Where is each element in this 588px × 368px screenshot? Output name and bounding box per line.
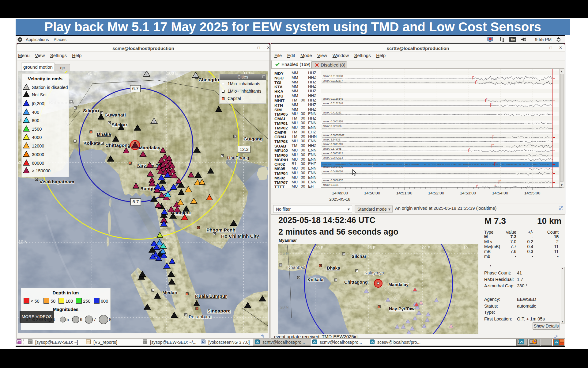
svg-text:20 N: 20 N — [280, 305, 288, 309]
svg-text:amax: 0.0071085: amax: 0.0071085 — [323, 143, 343, 146]
svg-text:Kolkata: Kolkata — [83, 140, 100, 146]
svg-text:Singapore: Singapore — [207, 308, 231, 313]
svg-text:1500: 1500 — [32, 127, 42, 132]
svg-text:Chittagong: Chittagong — [344, 280, 368, 285]
svg-text:amax: 0.0499008: amax: 0.0499008 — [323, 170, 343, 173]
svg-text:amax: 0.0180938: amax: 0.0180938 — [323, 75, 343, 78]
svg-text:6.7: 6.7 — [133, 199, 139, 204]
svg-text:30000: 30000 — [32, 152, 44, 157]
svg-text:amax: 0.418251: amax: 0.418251 — [323, 111, 341, 114]
svg-text:P: P — [493, 135, 494, 137]
svg-text:amax: 0.370945: amax: 0.370945 — [323, 147, 341, 150]
svg-text:x: x — [26, 86, 27, 89]
svg-text:amax: 0.0162348: amax: 0.0162348 — [323, 102, 343, 105]
svg-text:Siliguri: Siliguri — [83, 108, 99, 113]
svg-text:Guwahati: Guwahati — [104, 112, 126, 117]
svg-text:Hải Phòng: Hải Phòng — [227, 155, 249, 160]
svg-text:Pekanbaru: Pekanbaru — [189, 314, 212, 319]
svg-text:amax: 0.0481: amax: 0.0481 — [323, 183, 339, 186]
svg-text:P: P — [469, 148, 470, 150]
svg-text:Chengdu: Chengdu — [198, 77, 219, 82]
svg-text:Kuala Lumpur: Kuala Lumpur — [195, 293, 227, 299]
svg-text:amax: 0.0902958: amax: 0.0902958 — [323, 120, 343, 123]
svg-text:12.3: 12.3 — [239, 147, 248, 152]
svg-text:14:50:00: 14:50:00 — [364, 191, 380, 195]
svg-text:Silchar: Silchar — [352, 254, 367, 259]
svg-text:Not Set: Not Set — [32, 92, 47, 97]
svg-text:14:52:00: 14:52:00 — [428, 191, 444, 195]
svg-text:95 E: 95 E — [368, 245, 376, 250]
svg-text:P: P — [492, 144, 494, 146]
svg-text:Silchar: Silchar — [111, 122, 127, 127]
svg-text:5: 5 — [66, 317, 69, 322]
svg-text:amax: 0.223336: amax: 0.223336 — [323, 125, 341, 128]
svg-text:P: P — [476, 80, 477, 82]
svg-text:amax: 0.00355067: amax: 0.00355067 — [323, 134, 345, 137]
svg-text:7: 7 — [94, 317, 96, 322]
svg-text:Guigang: Guigang — [243, 136, 263, 141]
svg-text:x: x — [195, 75, 196, 77]
svg-text:P: P — [477, 184, 478, 186]
svg-text:P: P — [491, 103, 492, 105]
svg-text:14:53:00: 14:53:00 — [460, 191, 476, 195]
svg-text:amax: 0.0182277: amax: 0.0182277 — [323, 79, 343, 82]
svg-text:Ho Chi Minh City: Ho Chi Minh City — [221, 233, 259, 239]
svg-text:14:55:00: 14:55:00 — [524, 191, 541, 195]
svg-text:100 E: 100 E — [167, 71, 178, 76]
svg-text:400: 400 — [32, 110, 39, 115]
svg-text:amax: 0.0809237: amax: 0.0809237 — [323, 179, 343, 182]
svg-text:amax: 0.0663212: amax: 0.0663212 — [323, 152, 343, 155]
svg-text:14:49:00: 14:49:00 — [332, 191, 348, 195]
svg-text:P: P — [495, 184, 496, 186]
svg-text:Chittagong: Chittagong — [105, 143, 130, 148]
svg-text:Dhanbad: Dhanbad — [287, 265, 305, 270]
svg-text:Phnom Penh: Phnom Penh — [206, 227, 236, 232]
svg-text:14:51:00: 14:51:00 — [396, 191, 413, 195]
svg-text:amax: 0.0872013: amax: 0.0872013 — [323, 156, 343, 159]
svg-text:[0,200]: [0,200] — [32, 101, 45, 106]
svg-text:800: 800 — [32, 118, 39, 123]
svg-text:Kolkata: Kolkata — [307, 277, 324, 282]
svg-text:90 E: 90 E — [315, 245, 324, 250]
svg-text:14:54:00: 14:54:00 — [492, 191, 508, 195]
svg-text:P: P — [486, 98, 488, 100]
svg-text:amax: 0.0924235: amax: 0.0924235 — [323, 165, 343, 168]
svg-text:P: P — [495, 162, 497, 164]
svg-text:Kalaymyo: Kalaymyo — [364, 270, 384, 275]
svg-text:P: P — [473, 75, 474, 78]
svg-text:Mandalay: Mandalay — [388, 282, 409, 287]
svg-text:> 150000: > 150000 — [32, 168, 51, 173]
svg-text:12000: 12000 — [32, 144, 44, 148]
svg-text:P: P — [499, 180, 501, 182]
svg-text:Nay Pyi Taw: Nay Pyi Taw — [389, 306, 415, 311]
svg-text:10 N: 10 N — [18, 240, 28, 244]
svg-text:amax: 3.64835: amax: 3.64835 — [323, 138, 340, 141]
svg-text:60000: 60000 — [32, 161, 44, 166]
svg-text:90 E: 90 E — [88, 71, 96, 76]
svg-text:10: 10 — [463, 245, 468, 250]
svg-text:Dhaka: Dhaka — [327, 266, 340, 270]
svg-text:Dhaka: Dhaka — [97, 132, 111, 137]
svg-text:Medan: Medan — [162, 290, 177, 295]
svg-text:x: x — [146, 73, 147, 76]
svg-text:6.7: 6.7 — [132, 86, 139, 91]
svg-text:8: 8 — [109, 317, 111, 322]
svg-text:6: 6 — [80, 317, 82, 322]
svg-text:Mandalay: Mandalay — [139, 145, 160, 150]
svg-text:Visakhapatnam: Visakhapatnam — [40, 179, 74, 184]
svg-text:2025-05-18: 2025-05-18 — [329, 197, 350, 201]
svg-text:amax: 0.0168345: amax: 0.0168345 — [323, 97, 343, 100]
svg-text:25 N: 25 N — [280, 251, 288, 256]
svg-text:Station is disabled: Station is disabled — [32, 85, 68, 90]
svg-text:x: x — [153, 121, 155, 123]
svg-text:100 E: 100 E — [420, 245, 430, 250]
svg-text:4000: 4000 — [32, 135, 42, 140]
